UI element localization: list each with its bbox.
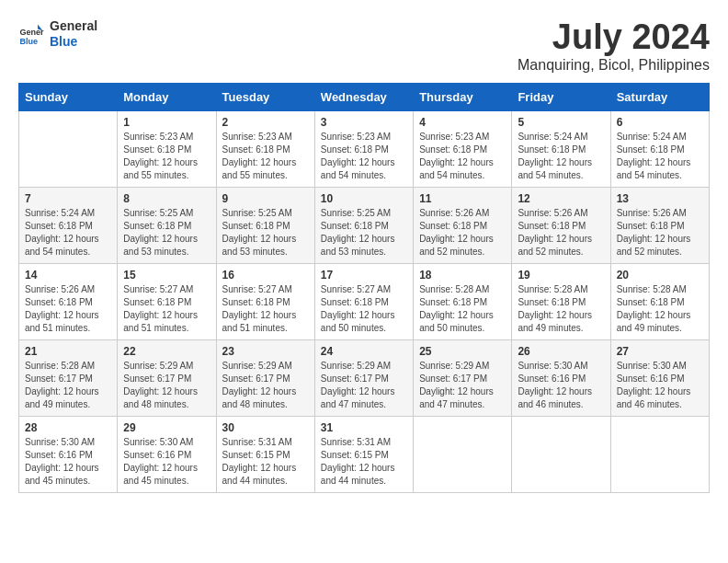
calendar-cell: 23Sunrise: 5:29 AM Sunset: 6:17 PM Dayli…	[216, 339, 314, 416]
calendar-cell: 6Sunrise: 5:24 AM Sunset: 6:18 PM Daylig…	[610, 110, 709, 187]
cell-info: Sunrise: 5:25 AM Sunset: 6:18 PM Dayligh…	[123, 207, 210, 259]
day-number: 2	[222, 116, 309, 129]
cell-info: Sunrise: 5:30 AM Sunset: 6:16 PM Dayligh…	[518, 360, 604, 411]
calendar-week-row: 7Sunrise: 5:24 AM Sunset: 6:18 PM Daylig…	[19, 187, 710, 263]
calendar-cell: 28Sunrise: 5:30 AM Sunset: 6:16 PM Dayli…	[19, 416, 118, 492]
month-year-title: July 2024	[518, 18, 710, 57]
calendar-cell: 19Sunrise: 5:28 AM Sunset: 6:18 PM Dayli…	[512, 263, 610, 339]
calendar-cell	[414, 416, 512, 492]
location-subtitle: Manquiring, Bicol, Philippines	[518, 57, 710, 74]
day-number: 7	[25, 192, 111, 205]
calendar-cell: 5Sunrise: 5:24 AM Sunset: 6:18 PM Daylig…	[512, 110, 610, 187]
title-block: July 2024 Manquiring, Bicol, Philippines	[518, 18, 710, 74]
day-number: 20	[617, 269, 703, 282]
cell-info: Sunrise: 5:29 AM Sunset: 6:17 PM Dayligh…	[123, 360, 210, 411]
calendar-cell: 20Sunrise: 5:28 AM Sunset: 6:18 PM Dayli…	[610, 263, 709, 339]
cell-info: Sunrise: 5:27 AM Sunset: 6:18 PM Dayligh…	[222, 283, 309, 335]
svg-text:Blue: Blue	[19, 36, 38, 45]
day-number: 19	[518, 269, 604, 282]
calendar-table: SundayMondayTuesdayWednesdayThursdayFrid…	[18, 83, 710, 493]
calendar-cell: 3Sunrise: 5:23 AM Sunset: 6:18 PM Daylig…	[314, 110, 413, 187]
day-number: 6	[617, 116, 703, 129]
logo-blue: Blue	[50, 34, 97, 50]
logo-icon: General Blue	[18, 21, 44, 47]
cell-info: Sunrise: 5:30 AM Sunset: 6:16 PM Dayligh…	[617, 360, 703, 411]
calendar-cell: 2Sunrise: 5:23 AM Sunset: 6:18 PM Daylig…	[216, 110, 314, 187]
column-header-friday: Friday	[512, 83, 610, 110]
cell-info: Sunrise: 5:28 AM Sunset: 6:17 PM Dayligh…	[25, 360, 111, 411]
cell-info: Sunrise: 5:31 AM Sunset: 6:15 PM Dayligh…	[321, 436, 407, 488]
cell-info: Sunrise: 5:23 AM Sunset: 6:18 PM Dayligh…	[222, 131, 309, 182]
logo-general: General	[50, 18, 97, 34]
day-number: 8	[123, 192, 210, 205]
cell-info: Sunrise: 5:26 AM Sunset: 6:18 PM Dayligh…	[419, 207, 506, 259]
column-header-thursday: Thursday	[414, 83, 512, 110]
cell-info: Sunrise: 5:27 AM Sunset: 6:18 PM Dayligh…	[123, 283, 210, 335]
cell-info: Sunrise: 5:29 AM Sunset: 6:17 PM Dayligh…	[321, 360, 407, 411]
calendar-cell: 15Sunrise: 5:27 AM Sunset: 6:18 PM Dayli…	[118, 263, 216, 339]
cell-info: Sunrise: 5:25 AM Sunset: 6:18 PM Dayligh…	[321, 207, 407, 259]
cell-info: Sunrise: 5:26 AM Sunset: 6:18 PM Dayligh…	[25, 283, 111, 335]
calendar-week-row: 28Sunrise: 5:30 AM Sunset: 6:16 PM Dayli…	[19, 416, 710, 492]
calendar-cell	[19, 110, 118, 187]
cell-info: Sunrise: 5:26 AM Sunset: 6:18 PM Dayligh…	[518, 207, 604, 259]
day-number: 9	[222, 192, 309, 205]
column-header-wednesday: Wednesday	[314, 83, 413, 110]
day-number: 4	[419, 116, 506, 129]
calendar-cell: 4Sunrise: 5:23 AM Sunset: 6:18 PM Daylig…	[414, 110, 512, 187]
day-number: 31	[321, 421, 407, 434]
cell-info: Sunrise: 5:28 AM Sunset: 6:18 PM Dayligh…	[518, 283, 604, 335]
calendar-cell: 16Sunrise: 5:27 AM Sunset: 6:18 PM Dayli…	[216, 263, 314, 339]
day-number: 11	[419, 192, 506, 205]
day-number: 12	[518, 192, 604, 205]
cell-info: Sunrise: 5:23 AM Sunset: 6:18 PM Dayligh…	[123, 131, 210, 182]
calendar-cell: 24Sunrise: 5:29 AM Sunset: 6:17 PM Dayli…	[314, 339, 413, 416]
calendar-cell: 10Sunrise: 5:25 AM Sunset: 6:18 PM Dayli…	[314, 187, 413, 263]
calendar-cell: 12Sunrise: 5:26 AM Sunset: 6:18 PM Dayli…	[512, 187, 610, 263]
calendar-cell: 8Sunrise: 5:25 AM Sunset: 6:18 PM Daylig…	[118, 187, 216, 263]
calendar-cell: 21Sunrise: 5:28 AM Sunset: 6:17 PM Dayli…	[19, 339, 118, 416]
calendar-cell: 14Sunrise: 5:26 AM Sunset: 6:18 PM Dayli…	[19, 263, 118, 339]
day-number: 17	[321, 269, 407, 282]
cell-info: Sunrise: 5:24 AM Sunset: 6:18 PM Dayligh…	[518, 131, 604, 182]
day-number: 14	[25, 269, 111, 282]
cell-info: Sunrise: 5:31 AM Sunset: 6:15 PM Dayligh…	[222, 436, 309, 488]
calendar-cell: 1Sunrise: 5:23 AM Sunset: 6:18 PM Daylig…	[118, 110, 216, 187]
calendar-cell: 7Sunrise: 5:24 AM Sunset: 6:18 PM Daylig…	[19, 187, 118, 263]
day-number: 13	[617, 192, 703, 205]
logo: General Blue General Blue	[18, 18, 97, 50]
day-number: 18	[419, 269, 506, 282]
day-number: 29	[123, 421, 210, 434]
calendar-cell	[512, 416, 610, 492]
calendar-cell: 9Sunrise: 5:25 AM Sunset: 6:18 PM Daylig…	[216, 187, 314, 263]
column-header-sunday: Sunday	[19, 83, 118, 110]
day-number: 16	[222, 269, 309, 282]
calendar-cell: 25Sunrise: 5:29 AM Sunset: 6:17 PM Dayli…	[414, 339, 512, 416]
cell-info: Sunrise: 5:26 AM Sunset: 6:18 PM Dayligh…	[617, 207, 703, 259]
day-number: 21	[25, 345, 111, 358]
day-number: 3	[321, 116, 407, 129]
day-number: 27	[617, 345, 703, 358]
cell-info: Sunrise: 5:30 AM Sunset: 6:16 PM Dayligh…	[123, 436, 210, 488]
calendar-cell: 30Sunrise: 5:31 AM Sunset: 6:15 PM Dayli…	[216, 416, 314, 492]
day-number: 15	[123, 269, 210, 282]
cell-info: Sunrise: 5:25 AM Sunset: 6:18 PM Dayligh…	[222, 207, 309, 259]
calendar-cell: 22Sunrise: 5:29 AM Sunset: 6:17 PM Dayli…	[118, 339, 216, 416]
column-header-monday: Monday	[118, 83, 216, 110]
cell-info: Sunrise: 5:24 AM Sunset: 6:18 PM Dayligh…	[617, 131, 703, 182]
day-number: 5	[518, 116, 604, 129]
calendar-cell: 26Sunrise: 5:30 AM Sunset: 6:16 PM Dayli…	[512, 339, 610, 416]
day-number: 24	[321, 345, 407, 358]
cell-info: Sunrise: 5:24 AM Sunset: 6:18 PM Dayligh…	[25, 207, 111, 259]
day-number: 30	[222, 421, 309, 434]
calendar-week-row: 14Sunrise: 5:26 AM Sunset: 6:18 PM Dayli…	[19, 263, 710, 339]
calendar-cell: 11Sunrise: 5:26 AM Sunset: 6:18 PM Dayli…	[414, 187, 512, 263]
day-number: 23	[222, 345, 309, 358]
day-number: 28	[25, 421, 111, 434]
cell-info: Sunrise: 5:23 AM Sunset: 6:18 PM Dayligh…	[321, 131, 407, 182]
day-number: 25	[419, 345, 506, 358]
calendar-week-row: 1Sunrise: 5:23 AM Sunset: 6:18 PM Daylig…	[19, 110, 710, 187]
day-number: 1	[123, 116, 210, 129]
cell-info: Sunrise: 5:29 AM Sunset: 6:17 PM Dayligh…	[222, 360, 309, 411]
calendar-cell: 29Sunrise: 5:30 AM Sunset: 6:16 PM Dayli…	[118, 416, 216, 492]
